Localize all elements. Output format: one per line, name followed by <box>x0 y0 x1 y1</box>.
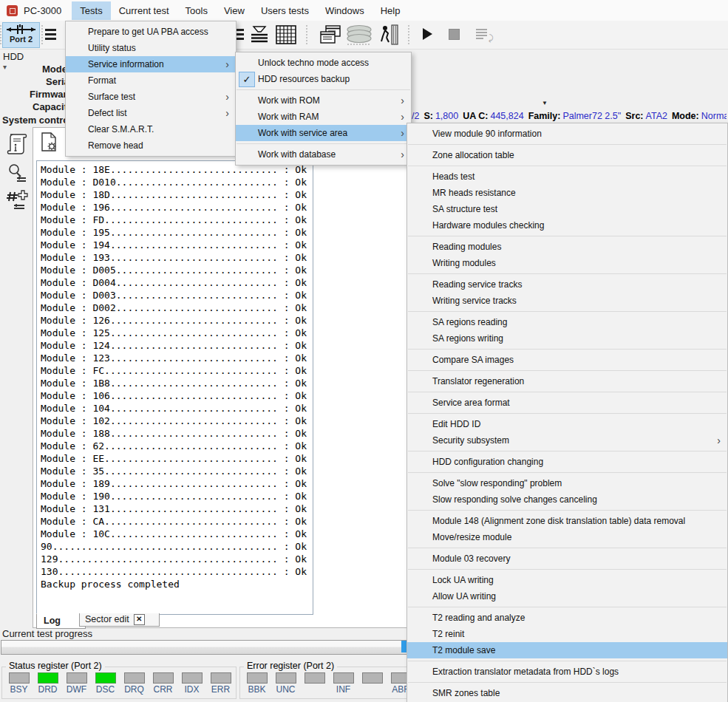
menu-separator <box>237 141 410 146</box>
log-output: Module : 18E............................… <box>36 160 313 615</box>
tab-log[interactable]: Log <box>36 613 86 629</box>
menu-item-hardware-modules-checking[interactable]: Hardware modules checking <box>407 217 727 234</box>
stop-test-icon[interactable] <box>449 29 460 40</box>
search-params-icon[interactable] <box>7 163 29 184</box>
menu-item-t2-module-save[interactable]: T2 module save <box>407 642 727 658</box>
menu-item-remove-head[interactable]: Remove head <box>66 137 236 154</box>
info-label-family: Family: <box>528 111 561 121</box>
page-gear-icon[interactable] <box>41 132 58 152</box>
database-disks-icon[interactable] <box>346 24 372 45</box>
menu-item-security-subsystem[interactable]: Security subsystem› <box>407 432 727 449</box>
led-label-bsy: BSY <box>4 684 33 695</box>
menu-item-format[interactable]: Format <box>66 72 236 89</box>
menubar-item-tests[interactable]: Tests <box>72 1 110 20</box>
start-test-icon[interactable] <box>423 28 432 40</box>
dropdown-caret-icon[interactable]: ▼ <box>542 100 548 106</box>
menu-item-translator-regeneration[interactable]: Translator regeneration <box>407 373 727 389</box>
menu-item-work-with-rom[interactable]: Work with ROM› <box>236 92 411 109</box>
led-label-crr: CRR <box>149 684 177 695</box>
menu-item-zone-allocation-table[interactable]: Zone allocation table <box>407 147 727 163</box>
menu-item-solve-slow-responding-problem[interactable]: Solve "slow responding" problem <box>407 475 727 491</box>
info-value-mode[interactable]: Normal <box>701 111 727 121</box>
led-indicator-dwf <box>67 672 87 684</box>
menu-item-label: Work with service area <box>258 128 347 138</box>
menubar-item-users-tests[interactable]: Users tests <box>253 1 317 20</box>
menu-item-label: Clear S.M.A.R.T. <box>88 124 154 134</box>
menu-item-label: Hardware modules checking <box>432 220 544 231</box>
menubar-item-windows[interactable]: Windows <box>317 1 372 20</box>
menu-item-view-module-90-information[interactable]: View module 90 information <box>407 126 727 142</box>
menu-item-allow-ua-writing[interactable]: Allow UA writing <box>407 588 727 604</box>
tab-sector-edit[interactable]: Sector edit✕ <box>79 613 160 627</box>
led-indicator-crr <box>153 672 174 684</box>
menubar-item-view[interactable]: View <box>216 1 253 20</box>
menu-item-smr-zones-table[interactable]: SMR zones table <box>407 685 727 701</box>
info-value-family[interactable]: Palmer72 2.5" <box>562 111 621 121</box>
log-info-icon[interactable] <box>6 132 28 156</box>
menu-item-edit-hdd-id[interactable]: Edit HDD ID <box>407 416 727 432</box>
tests-menu: Prepare to get UA PBA accessUtility stat… <box>65 21 237 157</box>
menu-lines-icon[interactable] <box>45 29 56 40</box>
menu-item-label: HDD resources backup <box>258 74 350 84</box>
filter-icon[interactable] <box>250 26 269 44</box>
menu-item-label: Format <box>88 75 116 86</box>
sector-grid-add-icon[interactable] <box>5 189 29 211</box>
menu-separator <box>408 680 727 685</box>
menu-item-hdd-resources-backup[interactable]: ✓HDD resources backup <box>236 71 411 87</box>
menu-item-hdd-configuration-changing[interactable]: HDD configuration changing <box>407 454 727 470</box>
menubar-item-help[interactable]: Help <box>372 1 409 20</box>
menu-item-compare-sa-images[interactable]: Compare SA images <box>407 352 727 368</box>
menubar-item-tools[interactable]: Tools <box>177 1 216 20</box>
task-list-icon[interactable]: ⤸ <box>476 27 487 41</box>
menu-item-sa-structure-test[interactable]: SA structure test <box>407 201 727 217</box>
menu-item-service-area-format[interactable]: Service area format <box>407 395 727 411</box>
exit-icon[interactable] <box>379 24 398 45</box>
menubar-item-current-test[interactable]: Current test <box>111 1 177 20</box>
menu-item-label: Slow responding solve changes canceling <box>432 494 597 505</box>
menu-item-label: SA regions writing <box>432 333 503 344</box>
menu-item-label: Writing service tracks <box>432 296 517 306</box>
menu-item-service-information[interactable]: Service information› <box>66 56 236 72</box>
menu-item-work-with-database[interactable]: Work with database› <box>236 146 411 163</box>
menu-item-clear-s-m-a-r-t[interactable]: Clear S.M.A.R.T. <box>66 121 236 137</box>
grid-table-icon[interactable] <box>276 25 296 44</box>
menu-item-prepare-to-get-ua-pba-access[interactable]: Prepare to get UA PBA access <box>66 24 236 40</box>
tab-close-icon[interactable]: ✕ <box>134 614 145 625</box>
menu-lines-icon-2[interactable] <box>237 29 244 40</box>
menu-item-reading-service-tracks[interactable]: Reading service tracks <box>407 276 727 293</box>
menu-item-sa-regions-reading[interactable]: SA regions reading <box>407 314 727 330</box>
menu-item-reading-modules[interactable]: Reading modules <box>407 239 727 255</box>
led-indicator-unc <box>276 672 296 684</box>
menu-item-extraction-translator-metadata-from-hdd-s-logs[interactable]: Extraction translator metadata from HDD`… <box>407 664 727 680</box>
menu-item-heads-test[interactable]: Heads test <box>407 168 727 185</box>
info-value-src[interactable]: ATA2 <box>646 111 667 121</box>
menu-item-label: Compare SA images <box>432 355 514 365</box>
menu-item-slow-responding-solve-changes-canceling[interactable]: Slow responding solve changes canceling <box>407 491 727 508</box>
menu-item-work-with-ram[interactable]: Work with RAM› <box>236 109 411 125</box>
hdd-collapse-caret[interactable]: ▾ <box>3 63 7 71</box>
menu-item-sa-regions-writing[interactable]: SA regions writing <box>407 330 727 347</box>
menu-separator <box>237 87 410 92</box>
menu-item-mr-heads-resistance[interactable]: MR heads resistance <box>407 185 727 201</box>
info-value-s[interactable]: 1,800 <box>435 111 458 121</box>
menu-item-surface-test[interactable]: Surface test› <box>66 89 236 105</box>
menu-item-unlock-techno-mode-access[interactable]: Unlock techno mode access <box>236 55 411 71</box>
led-indicator-unlabeled <box>305 672 325 684</box>
menu-item-writing-service-tracks[interactable]: Writing service tracks <box>407 293 727 309</box>
menu-item-defect-list[interactable]: Defect list› <box>66 105 236 121</box>
menu-item-utility-status[interactable]: Utility status <box>66 40 236 56</box>
menu-item-t2-reinit[interactable]: T2 reinit <box>407 626 727 642</box>
menu-item-move-resize-module[interactable]: Move/resize module <box>407 529 727 545</box>
cascade-windows-icon[interactable] <box>319 25 341 45</box>
led-label-unc: UNC <box>271 684 300 695</box>
menu-item-module-03-recovery[interactable]: Module 03 recovery <box>407 551 727 567</box>
menu-item-lock-ua-writing[interactable]: Lock UA writing <box>407 572 727 588</box>
menu-item-label: Module 03 recovery <box>432 553 510 564</box>
menu-item-work-with-service-area[interactable]: Work with service area› <box>236 125 411 141</box>
port-select-button[interactable]: Port 2 <box>2 22 40 48</box>
info-value-ua-c[interactable]: 445,824 <box>490 111 523 121</box>
info-label-src: Src: <box>625 111 643 121</box>
menu-item-module-148-alignment-zone-disk-translation-table-data-removal[interactable]: Module 148 (Alignment zone disk translat… <box>407 513 727 529</box>
menu-item-writing-modules[interactable]: Writing modules <box>407 255 727 271</box>
menu-item-t2-reading-and-analyze[interactable]: T2 reading and analyze <box>407 610 727 626</box>
